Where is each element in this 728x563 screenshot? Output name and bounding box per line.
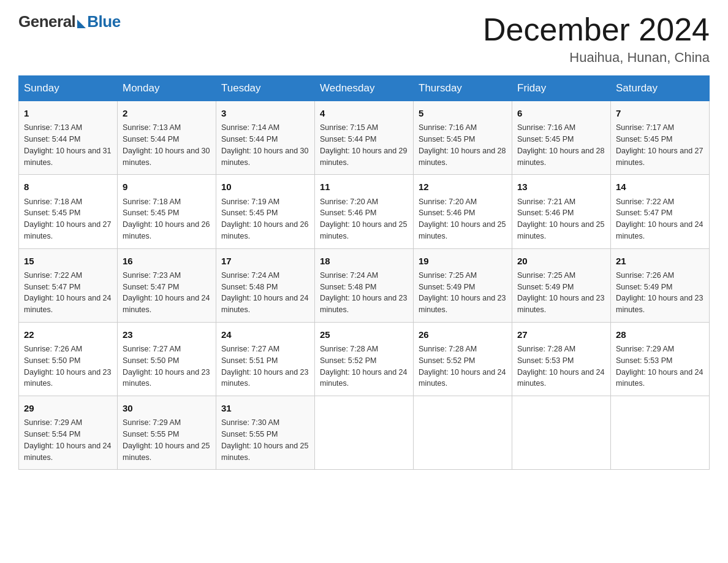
calendar-cell: 16Sunrise: 7:23 AMSunset: 5:47 PMDayligh…: [118, 248, 216, 322]
logo-general-text: General: [18, 12, 75, 31]
month-title: December 2024: [483, 12, 710, 47]
day-info: Sunrise: 7:27 AMSunset: 5:50 PMDaylight:…: [123, 343, 211, 389]
location: Huaihua, Hunan, China: [483, 50, 710, 66]
day-info: Sunrise: 7:27 AMSunset: 5:51 PMDaylight:…: [221, 343, 309, 389]
header-monday: Monday: [118, 76, 216, 101]
day-info: Sunrise: 7:28 AMSunset: 5:52 PMDaylight:…: [320, 343, 408, 389]
day-info: Sunrise: 7:26 AMSunset: 5:50 PMDaylight:…: [24, 343, 112, 389]
day-number: 23: [123, 327, 211, 342]
day-info: Sunrise: 7:25 AMSunset: 5:49 PMDaylight:…: [517, 270, 605, 316]
calendar-cell: [315, 396, 414, 470]
calendar-cell: 15Sunrise: 7:22 AMSunset: 5:47 PMDayligh…: [19, 248, 118, 322]
day-info: Sunrise: 7:20 AMSunset: 5:46 PMDaylight:…: [419, 196, 507, 242]
calendar-cell: [611, 396, 710, 470]
week-row-5: 29Sunrise: 7:29 AMSunset: 5:54 PMDayligh…: [19, 396, 710, 470]
day-number: 20: [517, 254, 605, 268]
day-info: Sunrise: 7:29 AMSunset: 5:53 PMDaylight:…: [616, 343, 704, 389]
logo: General Blue: [18, 12, 121, 31]
calendar-cell: 31Sunrise: 7:30 AMSunset: 5:55 PMDayligh…: [216, 396, 315, 470]
calendar-cell: 24Sunrise: 7:27 AMSunset: 5:51 PMDayligh…: [216, 322, 315, 396]
day-info: Sunrise: 7:20 AMSunset: 5:46 PMDaylight:…: [320, 196, 408, 242]
day-number: 5: [419, 106, 507, 120]
day-number: 18: [320, 254, 408, 268]
day-info: Sunrise: 7:18 AMSunset: 5:45 PMDaylight:…: [24, 196, 112, 242]
calendar-cell: 30Sunrise: 7:29 AMSunset: 5:55 PMDayligh…: [118, 396, 216, 470]
day-number: 4: [320, 106, 408, 120]
day-number: 21: [616, 254, 704, 268]
week-row-3: 15Sunrise: 7:22 AMSunset: 5:47 PMDayligh…: [19, 248, 710, 322]
day-number: 14: [616, 180, 704, 194]
day-info: Sunrise: 7:28 AMSunset: 5:53 PMDaylight:…: [517, 343, 605, 389]
week-row-1: 1Sunrise: 7:13 AMSunset: 5:44 PMDaylight…: [19, 101, 710, 175]
calendar-cell: 7Sunrise: 7:17 AMSunset: 5:45 PMDaylight…: [611, 101, 710, 175]
day-info: Sunrise: 7:17 AMSunset: 5:45 PMDaylight:…: [616, 122, 704, 168]
day-info: Sunrise: 7:29 AMSunset: 5:54 PMDaylight:…: [24, 417, 112, 463]
day-info: Sunrise: 7:29 AMSunset: 5:55 PMDaylight:…: [123, 417, 211, 463]
calendar-cell: 17Sunrise: 7:24 AMSunset: 5:48 PMDayligh…: [216, 248, 315, 322]
day-info: Sunrise: 7:25 AMSunset: 5:49 PMDaylight:…: [419, 270, 507, 316]
day-number: 15: [24, 254, 112, 268]
calendar-cell: 23Sunrise: 7:27 AMSunset: 5:50 PMDayligh…: [118, 322, 216, 396]
day-info: Sunrise: 7:14 AMSunset: 5:44 PMDaylight:…: [221, 122, 309, 168]
calendar-cell: 1Sunrise: 7:13 AMSunset: 5:44 PMDaylight…: [19, 101, 118, 175]
day-number: 29: [24, 401, 112, 415]
day-number: 25: [320, 327, 408, 342]
day-number: 19: [419, 254, 507, 268]
day-number: 17: [221, 254, 309, 268]
day-info: Sunrise: 7:15 AMSunset: 5:44 PMDaylight:…: [320, 122, 408, 168]
header-sunday: Sunday: [19, 76, 118, 101]
day-number: 24: [221, 327, 309, 342]
day-info: Sunrise: 7:30 AMSunset: 5:55 PMDaylight:…: [221, 417, 309, 463]
calendar-cell: 9Sunrise: 7:18 AMSunset: 5:45 PMDaylight…: [118, 175, 216, 248]
calendar-cell: 6Sunrise: 7:16 AMSunset: 5:45 PMDaylight…: [512, 101, 611, 175]
page-header: General Blue December 2024 Huaihua, Huna…: [18, 12, 710, 66]
title-area: December 2024 Huaihua, Hunan, China: [483, 12, 710, 66]
calendar-cell: 8Sunrise: 7:18 AMSunset: 5:45 PMDaylight…: [19, 175, 118, 248]
day-info: Sunrise: 7:16 AMSunset: 5:45 PMDaylight:…: [517, 122, 605, 168]
day-info: Sunrise: 7:23 AMSunset: 5:47 PMDaylight:…: [123, 270, 211, 316]
day-number: 2: [123, 106, 211, 120]
header-tuesday: Tuesday: [216, 76, 315, 101]
calendar-table: SundayMondayTuesdayWednesdayThursdayFrid…: [18, 75, 710, 470]
calendar-cell: 13Sunrise: 7:21 AMSunset: 5:46 PMDayligh…: [512, 175, 611, 248]
calendar-cell: 28Sunrise: 7:29 AMSunset: 5:53 PMDayligh…: [611, 322, 710, 396]
day-number: 31: [221, 401, 309, 415]
header-friday: Friday: [512, 76, 611, 101]
logo-triangle-icon: [77, 20, 86, 28]
day-number: 8: [24, 180, 112, 194]
day-info: Sunrise: 7:28 AMSunset: 5:52 PMDaylight:…: [419, 343, 507, 389]
day-number: 9: [123, 180, 211, 194]
header-thursday: Thursday: [414, 76, 512, 101]
calendar-cell: 29Sunrise: 7:29 AMSunset: 5:54 PMDayligh…: [19, 396, 118, 470]
day-number: 26: [419, 327, 507, 342]
header-row: SundayMondayTuesdayWednesdayThursdayFrid…: [19, 76, 710, 101]
calendar-cell: [414, 396, 512, 470]
logo-blue-text: Blue: [87, 12, 120, 31]
day-info: Sunrise: 7:19 AMSunset: 5:45 PMDaylight:…: [221, 196, 309, 242]
calendar-cell: 18Sunrise: 7:24 AMSunset: 5:48 PMDayligh…: [315, 248, 414, 322]
calendar-cell: 20Sunrise: 7:25 AMSunset: 5:49 PMDayligh…: [512, 248, 611, 322]
header-wednesday: Wednesday: [315, 76, 414, 101]
day-number: 13: [517, 180, 605, 194]
calendar-cell: 11Sunrise: 7:20 AMSunset: 5:46 PMDayligh…: [315, 175, 414, 248]
day-number: 10: [221, 180, 309, 194]
day-info: Sunrise: 7:21 AMSunset: 5:46 PMDaylight:…: [517, 196, 605, 242]
day-number: 27: [517, 327, 605, 342]
calendar-cell: [512, 396, 611, 470]
header-saturday: Saturday: [611, 76, 710, 101]
day-info: Sunrise: 7:22 AMSunset: 5:47 PMDaylight:…: [616, 196, 704, 242]
calendar-cell: 27Sunrise: 7:28 AMSunset: 5:53 PMDayligh…: [512, 322, 611, 396]
calendar-cell: 19Sunrise: 7:25 AMSunset: 5:49 PMDayligh…: [414, 248, 512, 322]
calendar-cell: 3Sunrise: 7:14 AMSunset: 5:44 PMDaylight…: [216, 101, 315, 175]
day-number: 30: [123, 401, 211, 415]
calendar-cell: 25Sunrise: 7:28 AMSunset: 5:52 PMDayligh…: [315, 322, 414, 396]
calendar-cell: 14Sunrise: 7:22 AMSunset: 5:47 PMDayligh…: [611, 175, 710, 248]
day-number: 6: [517, 106, 605, 120]
day-number: 22: [24, 327, 112, 342]
day-number: 1: [24, 106, 112, 120]
calendar-cell: 12Sunrise: 7:20 AMSunset: 5:46 PMDayligh…: [414, 175, 512, 248]
day-info: Sunrise: 7:22 AMSunset: 5:47 PMDaylight:…: [24, 270, 112, 316]
day-info: Sunrise: 7:24 AMSunset: 5:48 PMDaylight:…: [320, 270, 408, 316]
week-row-2: 8Sunrise: 7:18 AMSunset: 5:45 PMDaylight…: [19, 175, 710, 248]
calendar-cell: 26Sunrise: 7:28 AMSunset: 5:52 PMDayligh…: [414, 322, 512, 396]
